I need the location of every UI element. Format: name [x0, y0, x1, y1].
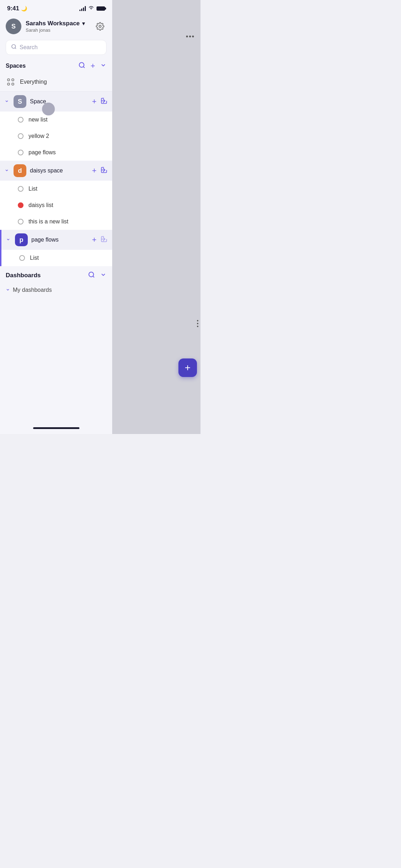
right-panel: ••• + [112, 0, 200, 434]
workspace-info: Sarahs Workspace ▼ Sarah jonas [26, 20, 89, 33]
fab-button[interactable]: + [178, 358, 197, 377]
battery-icon [97, 6, 105, 11]
space-item-pageflows: p page flows + List [0, 230, 112, 266]
wifi-icon [88, 6, 94, 12]
everything-icon [6, 77, 16, 87]
workspace-user: Sarah jonas [26, 27, 89, 33]
spaces-add-icon[interactable]: + [90, 61, 95, 71]
avatar[interactable]: S [6, 19, 21, 34]
list-label: page flows [28, 149, 56, 156]
dashboards-section: Dashboards [0, 266, 112, 297]
space-add-icon[interactable]: + [92, 97, 97, 106]
my-dashboards-chevron-icon [6, 288, 10, 293]
my-dashboards-label: My dashboards [13, 287, 52, 293]
search-placeholder: Search [20, 44, 38, 51]
space-item-daisys: d daisys space + List [0, 161, 112, 230]
workspace-chevron-icon: ▼ [81, 21, 86, 26]
dashboards-collapse-icon[interactable] [100, 272, 106, 279]
space-avatar-d: d [14, 164, 26, 177]
home-indicator [0, 422, 112, 434]
spaces-title: Spaces [6, 63, 26, 69]
spaces-search-icon[interactable] [78, 62, 85, 71]
list-item-list-d[interactable]: List [0, 181, 112, 197]
list-item-page-flows[interactable]: page flows [0, 144, 112, 161]
spaces-collapse-icon[interactable] [100, 62, 106, 70]
status-time: 9:41 [7, 5, 19, 12]
space-chevron-icon-daisys [4, 168, 10, 174]
list-dot [19, 255, 25, 261]
list-label: daisys list [28, 202, 53, 208]
everything-row[interactable]: Everything [0, 73, 112, 92]
drag-handle[interactable] [42, 103, 55, 115]
dashboards-title: Dashboards [6, 272, 41, 279]
header: S Sarahs Workspace ▼ Sarah jonas [0, 15, 112, 38]
status-icons [79, 6, 105, 12]
space-name-daisys: daisys space [30, 167, 88, 174]
list-dot [18, 133, 24, 139]
space-share-icon[interactable] [100, 97, 108, 107]
list-dot [18, 186, 24, 192]
space-add-icon-p[interactable]: + [92, 235, 97, 244]
list-item-daisys-list[interactable]: daisys list [0, 197, 112, 213]
space-avatar-s: S [14, 95, 26, 108]
space-item-space: S Space + new list [0, 92, 112, 161]
space-actions-pf: + [92, 235, 108, 245]
list-dot [18, 219, 24, 224]
search-icon [11, 44, 17, 51]
list-dot [18, 150, 24, 155]
status-bar: 9:41 🌙 [0, 0, 112, 15]
list-item-new-list-d[interactable]: this is a new list [0, 213, 112, 230]
svg-point-1 [12, 45, 16, 48]
list-dot-red [18, 202, 24, 208]
list-item-yellow2[interactable]: yellow 2 [0, 128, 112, 144]
list-item-list-pf[interactable]: List [1, 250, 112, 266]
svg-point-3 [89, 272, 94, 277]
dashboards-search-icon[interactable] [88, 271, 95, 280]
space-avatar-p: p [15, 233, 28, 246]
space-name-space: Space [30, 98, 88, 105]
space-chevron-icon-pf [5, 237, 11, 243]
search-bar[interactable]: Search [6, 40, 106, 55]
dashboards-actions [88, 271, 106, 280]
spaces-actions: + [78, 61, 106, 71]
list-item-new-list[interactable]: new list [0, 112, 112, 128]
workspace-name[interactable]: Sarahs Workspace ▼ [26, 20, 89, 27]
list-label: yellow 2 [28, 133, 49, 139]
signal-icon [79, 6, 86, 11]
vertical-dots-icon[interactable] [197, 320, 198, 327]
space-share-icon-p[interactable] [100, 235, 108, 245]
svg-point-2 [79, 62, 84, 67]
space-name-pf: page flows [31, 237, 88, 243]
list-label: List [28, 186, 37, 192]
dashboards-header: Dashboards [0, 266, 112, 283]
moon-icon: 🌙 [21, 6, 27, 11]
list-label: List [30, 255, 39, 261]
space-actions-space: + [92, 97, 108, 107]
space-header-pageflows[interactable]: p page flows + [1, 230, 112, 250]
home-bar [33, 427, 79, 429]
sidebar: 9:41 🌙 [0, 0, 112, 434]
space-header-daisys[interactable]: d daisys space + [0, 161, 112, 181]
my-dashboards-row[interactable]: My dashboards [0, 283, 112, 297]
space-add-icon-d[interactable]: + [92, 166, 97, 175]
space-actions-daisys: + [92, 166, 108, 176]
svg-point-0 [99, 25, 101, 27]
settings-icon[interactable] [94, 20, 106, 33]
space-header-space[interactable]: S Space + [0, 92, 112, 112]
list-dot [18, 117, 24, 123]
list-label: this is a new list [28, 218, 68, 225]
more-options-icon[interactable]: ••• [180, 29, 200, 45]
space-chevron-icon-space [4, 99, 10, 104]
list-label: new list [28, 117, 47, 123]
space-share-icon-d[interactable] [100, 166, 108, 176]
spaces-section-header: Spaces + [0, 58, 112, 73]
everything-label: Everything [20, 79, 47, 85]
